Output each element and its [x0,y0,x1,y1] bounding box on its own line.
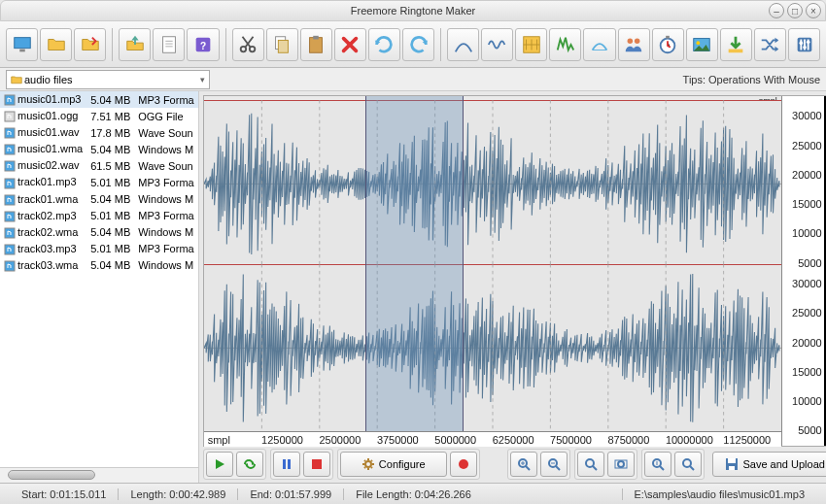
file-icon [4,194,16,206]
shuffle-button[interactable] [754,28,786,61]
svg-rect-35 [5,228,15,238]
svg-rect-27 [5,95,15,105]
zoom-v-in-button[interactable] [644,452,671,477]
file-row[interactable]: track01.wma5.04 MBWindows M [0,191,198,208]
file-row[interactable]: track02.mp35.01 MBMP3 Forma [0,208,198,224]
help-button[interactable]: ? [187,28,219,61]
svg-point-61 [365,461,371,467]
configure-label: Configure [379,458,426,470]
file-row[interactable]: track03.mp35.01 MBMP3 Forma [0,241,198,257]
status-start: 0:01:15.011 [50,488,106,500]
pause-button[interactable] [273,452,300,477]
svg-point-17 [635,38,640,44]
editor-pane: smpl smpl 125000025000003750000500000062… [199,91,826,483]
folder-dropdown[interactable]: audio files ▾ [6,70,210,89]
file-row[interactable]: music01.wav17.8 MBWave Soun [0,124,198,141]
file-row[interactable]: music01.ogg7.51 MBOGG File [0,108,198,124]
file-icon [4,160,16,172]
file-row[interactable]: track03.wma5.04 MBWindows M [0,257,198,274]
file-row[interactable]: music02.wav61.5 MBWave Soun [0,157,198,174]
effect1-button[interactable] [481,28,513,61]
timer-button[interactable] [652,28,684,61]
loop-button[interactable] [236,452,263,477]
file-icon [4,127,16,139]
sidebar-scrollbar[interactable] [0,467,198,483]
file-icon [4,94,16,106]
file-row[interactable]: track02.wma5.04 MBWindows M [0,224,198,241]
effect3-button[interactable] [549,28,581,61]
selection-region[interactable] [365,96,464,446]
folder-name: audio files [24,74,73,85]
users-button[interactable] [618,28,650,61]
undo-button[interactable] [368,28,400,61]
zoom-v-out-button[interactable] [674,452,702,477]
redo-button[interactable] [402,28,434,61]
effect4-button[interactable] [583,28,615,61]
folder-icon [11,74,22,85]
svg-rect-29 [5,128,15,138]
open-recent-button[interactable] [74,28,106,61]
svg-point-25 [803,45,807,49]
status-bar: Start: 0:01:15.011 Length: 0:00:42.989 E… [0,483,826,504]
monitor-button[interactable] [6,28,38,61]
image-button[interactable] [686,28,718,61]
zoom-sel-button[interactable] [607,452,635,477]
paste-button[interactable] [300,28,332,61]
configure-button[interactable]: Configure [340,452,447,477]
delete-button[interactable] [334,28,366,61]
svg-rect-59 [288,459,291,469]
status-path: E:\samples\audio files\music01.mp3 [622,488,816,500]
fade-button[interactable] [447,28,479,61]
save-icon [725,457,739,471]
file-row[interactable]: music01.wma5.04 MBWindows M [0,141,198,157]
path-bar: audio files ▾ Tips: Operations With Mous… [0,68,826,91]
y-ruler: 3000025000200001500010000500050001000015… [781,96,824,446]
play-button[interactable] [206,452,233,477]
x-unit: smpl [208,434,230,446]
svg-rect-34 [5,212,15,221]
file-icon [4,178,16,189]
zoom-out-button[interactable] [540,452,568,477]
svg-rect-12 [310,37,323,52]
svg-rect-81 [729,466,735,470]
svg-rect-13 [313,35,319,39]
document-button[interactable] [153,28,185,61]
zoom-in-button[interactable] [510,452,537,477]
open-folder-button[interactable] [40,28,72,61]
gear-icon [361,457,375,471]
svg-line-78 [690,466,694,470]
svg-rect-1 [19,49,25,51]
tips-text: Tips: Operations With Mouse [683,74,820,85]
svg-line-64 [526,466,530,470]
svg-rect-11 [278,40,288,52]
close-button[interactable]: × [806,3,821,18]
cut-button[interactable] [232,28,264,61]
copy-button[interactable] [266,28,298,61]
folder-up-button[interactable] [119,28,151,61]
file-row[interactable]: music01.mp35.04 MBMP3 Forma [0,91,198,108]
svg-text:?: ? [200,40,206,50]
chevron-down-icon: ▾ [200,75,205,84]
stop-button[interactable] [303,452,330,477]
svg-line-71 [593,466,597,470]
svg-point-70 [586,459,594,467]
settings-button[interactable] [788,28,820,61]
svg-rect-58 [283,459,286,469]
status-end: 0:01:57.999 [275,488,331,500]
svg-rect-37 [5,261,15,271]
save-upload-button[interactable]: Save and Upload [712,452,826,477]
effect2-button[interactable] [515,28,547,61]
file-list[interactable]: music01.mp35.04 MBMP3 Formamusic01.ogg7.… [0,91,198,467]
waveform-view[interactable]: smpl smpl 125000025000003750000500000062… [203,95,826,447]
file-row[interactable]: track01.mp35.01 MBMP3 Forma [0,174,198,190]
export-button[interactable] [720,28,752,61]
minimize-button[interactable]: – [769,3,784,18]
maximize-button[interactable]: □ [787,3,803,18]
zoom-fit-button[interactable] [577,452,604,477]
svg-line-68 [556,466,560,470]
record-button[interactable] [450,452,477,477]
svg-point-73 [618,461,624,467]
status-length: 0:00:42.989 [169,488,225,500]
svg-point-62 [459,459,468,469]
svg-point-16 [628,38,634,44]
